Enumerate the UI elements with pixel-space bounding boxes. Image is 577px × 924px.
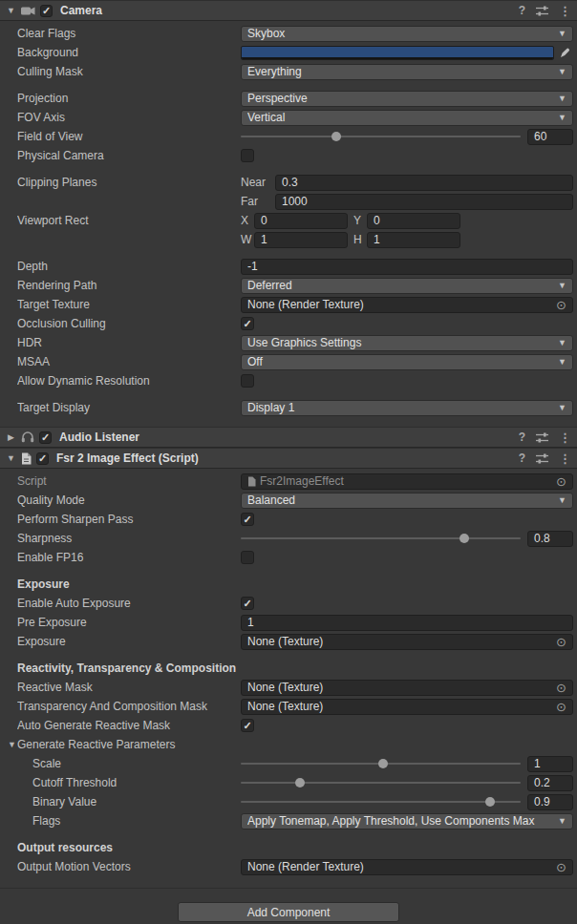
fsr2-component-header[interactable]: ▼ ✓ Fsr 2 Image Effect (Script) ? ⋮	[0, 448, 577, 469]
headphones-icon	[21, 431, 34, 443]
projection-dropdown[interactable]: Perspective ▼	[241, 91, 573, 107]
help-icon[interactable]: ?	[519, 4, 525, 17]
msaa-label: MSAA	[17, 355, 241, 368]
transparency-mask-row: Transparency And Composition Mask None (…	[0, 697, 577, 716]
add-component-button[interactable]: Add Component	[178, 902, 399, 922]
exposure-object-field[interactable]: None (Texture) ⊙	[241, 634, 573, 650]
slider-handle[interactable]	[295, 778, 305, 788]
background-color-swatch[interactable]	[241, 46, 554, 60]
sharpness-value-input[interactable]: 0.8	[527, 531, 573, 547]
sharpness-label: Sharpness	[17, 532, 241, 545]
foldout-closed-icon[interactable]: ▶	[6, 432, 16, 442]
flags-dropdown[interactable]: Apply Tonemap, Apply Threshold, Use Comp…	[241, 813, 573, 830]
allow-dynamic-resolution-checkbox[interactable]	[241, 374, 254, 388]
viewport-y-input[interactable]: 0	[367, 213, 460, 229]
checkmark-icon: ✓	[243, 598, 251, 609]
help-icon[interactable]: ?	[519, 452, 525, 465]
quality-mode-value: Balanced	[247, 494, 554, 507]
audio-listener-component-header[interactable]: ▶ ✓ Audio Listener ? ⋮	[0, 427, 577, 448]
enable-auto-exposure-checkbox[interactable]: ✓	[241, 597, 254, 610]
enable-auto-exposure-label: Enable Auto Exposure	[17, 597, 241, 610]
foldout-open-icon[interactable]: ▼	[7, 740, 17, 749]
viewport-x-input[interactable]: 0	[254, 213, 348, 229]
fov-axis-dropdown[interactable]: Vertical ▼	[241, 110, 573, 126]
viewport-h-input[interactable]: 1	[367, 232, 460, 248]
object-picker-icon[interactable]: ⊙	[556, 861, 566, 873]
chevron-down-icon: ▼	[558, 403, 566, 412]
presets-icon[interactable]	[536, 453, 548, 464]
object-picker-icon[interactable]: ⊙	[556, 475, 566, 488]
culling-mask-dropdown[interactable]: Everything ▼	[241, 64, 573, 80]
scale-slider[interactable]	[241, 756, 521, 771]
field-of-view-label: Field of View	[17, 130, 241, 143]
transparency-mask-object-field[interactable]: None (Texture) ⊙	[241, 699, 573, 715]
physical-camera-checkbox[interactable]	[241, 149, 254, 162]
generate-reactive-parameters-label: Generate Reactive Parameters	[17, 738, 241, 751]
cutoff-threshold-value-input[interactable]: 0.2	[527, 775, 573, 791]
object-picker-icon[interactable]: ⊙	[556, 682, 566, 694]
help-icon[interactable]: ?	[519, 430, 525, 444]
output-resources-section-header: Output resources	[0, 838, 577, 857]
viewport-h-label: H	[353, 233, 367, 246]
enable-fp16-checkbox[interactable]	[241, 551, 254, 564]
hdr-dropdown[interactable]: Use Graphics Settings ▼	[241, 335, 573, 351]
rendering-path-value: Deferred	[247, 279, 554, 292]
object-picker-icon[interactable]: ⊙	[556, 701, 566, 713]
target-display-dropdown[interactable]: Display 1 ▼	[241, 400, 573, 416]
object-picker-icon[interactable]: ⊙	[556, 299, 566, 311]
audio-listener-enabled-checkbox[interactable]: ✓	[39, 431, 52, 444]
presets-icon[interactable]	[536, 432, 548, 443]
binary-value-value-input[interactable]: 0.9	[527, 794, 573, 810]
auto-generate-reactive-mask-checkbox[interactable]: ✓	[241, 719, 254, 732]
near-input[interactable]: 0.3	[275, 175, 573, 191]
slider-handle[interactable]	[378, 759, 388, 768]
allow-dynamic-resolution-label: Allow Dynamic Resolution	[17, 374, 241, 388]
presets-icon[interactable]	[536, 6, 548, 16]
sharpness-slider[interactable]	[241, 531, 521, 546]
auto-generate-reactive-mask-label: Auto Generate Reactive Mask	[17, 719, 241, 732]
depth-input[interactable]: -1	[241, 259, 573, 275]
cutoff-threshold-slider[interactable]	[241, 775, 521, 790]
field-of-view-row: Field of View 60	[0, 127, 577, 146]
far-input[interactable]: 1000	[275, 194, 573, 210]
output-motion-vectors-object-field[interactable]: None (Render Texture) ⊙	[241, 859, 573, 875]
object-picker-icon[interactable]: ⊙	[556, 636, 566, 648]
field-of-view-value-input[interactable]: 60	[527, 129, 573, 145]
projection-label: Projection	[17, 92, 241, 105]
binary-value-slider[interactable]	[241, 794, 521, 809]
rendering-path-dropdown[interactable]: Deferred ▼	[241, 278, 573, 294]
kebab-menu-icon[interactable]: ⋮	[559, 430, 571, 445]
output-motion-vectors-row: Output Motion Vectors None (Render Textu…	[0, 857, 577, 876]
fov-axis-value: Vertical	[247, 111, 554, 124]
perform-sharpen-pass-checkbox[interactable]: ✓	[241, 513, 254, 526]
reactive-mask-object-field[interactable]: None (Texture) ⊙	[241, 680, 573, 696]
camera-enabled-checkbox[interactable]: ✓	[40, 5, 53, 17]
target-texture-object-field[interactable]: None (Render Texture) ⊙	[241, 297, 573, 313]
scale-value-input[interactable]: 1	[527, 756, 573, 772]
fsr2-enabled-checkbox[interactable]: ✓	[36, 452, 49, 465]
msaa-dropdown[interactable]: Off ▼	[241, 354, 573, 370]
clear-flags-value: Skybox	[247, 27, 554, 40]
camera-component-title: Camera	[60, 4, 102, 17]
quality-mode-dropdown[interactable]: Balanced ▼	[241, 493, 573, 509]
eyedropper-icon[interactable]	[556, 45, 573, 60]
fov-axis-row: FOV Axis Vertical ▼	[0, 108, 577, 127]
generate-reactive-parameters-row[interactable]: ▼ Generate Reactive Parameters	[0, 735, 577, 754]
foldout-open-icon[interactable]: ▼	[6, 6, 16, 15]
viewport-w-input[interactable]: 1	[254, 232, 348, 248]
occlusion-culling-checkbox[interactable]: ✓	[241, 317, 254, 330]
foldout-open-icon[interactable]: ▼	[6, 453, 16, 463]
clear-flags-label: Clear Flags	[17, 27, 241, 40]
slider-handle[interactable]	[331, 132, 341, 141]
slider-handle[interactable]	[459, 534, 469, 543]
kebab-menu-icon[interactable]: ⋮	[559, 4, 571, 18]
camera-component-header[interactable]: ▼ ✓ Camera ? ⋮	[0, 0, 577, 21]
flags-row: Flags Apply Tonemap, Apply Threshold, Us…	[0, 811, 577, 830]
clear-flags-dropdown[interactable]: Skybox ▼	[241, 26, 573, 42]
script-file-icon	[247, 476, 256, 487]
field-of-view-slider[interactable]	[241, 129, 521, 144]
slider-handle[interactable]	[485, 797, 495, 807]
reactive-mask-value: None (Texture)	[247, 681, 556, 694]
pre-exposure-input[interactable]: 1	[241, 615, 573, 631]
kebab-menu-icon[interactable]: ⋮	[559, 452, 571, 466]
